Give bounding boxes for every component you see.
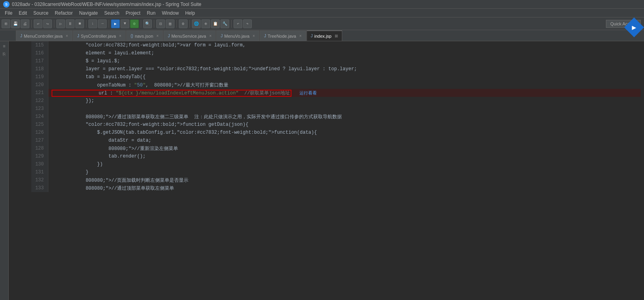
code-content [48,105,641,113]
run-button[interactable]: ▶ [111,19,120,28]
code-content: 808080;">//通过顶部菜单获取左侧菜单 [48,184,641,192]
menu-source[interactable]: Source [30,10,52,17]
title-bar: S 0328adv - 0328carrent/WebRoot/WEB-INF/… [0,0,644,9]
view-button[interactable]: ▤ [166,19,174,28]
pause-button[interactable]: ⏸ [66,19,75,28]
menu-bar: File Edit Source Refactor Navigate Searc… [0,9,644,17]
print-button[interactable]: 🖨 [21,19,29,28]
menu-refactor[interactable]: Refactor [52,10,76,17]
tab-menu-service[interactable]: J MenuService.java × [163,31,216,41]
misc-btn3[interactable]: 📋 [211,19,220,28]
tab-close-6[interactable]: × [299,34,302,38]
line-number: 128 [31,144,48,152]
tab-close-3[interactable]: × [156,34,159,38]
toolbar-sep-5 [141,20,141,28]
java-icon-5: J [264,34,266,38]
menu-window[interactable]: Window [159,10,182,17]
pref-button[interactable]: ⚙ [179,19,188,28]
code-content: $.getJSON(tab.tabConfig.url,"color:#cc78… [48,129,641,137]
toolbar-sep-1 [31,20,32,28]
run-link[interactable]: 运行看看 [299,90,317,95]
step-into[interactable]: ↓ [88,19,97,28]
debug-button[interactable]: ▷ [56,19,65,28]
code-content: "color:#cc7832;font-weight:bold;">functi… [48,121,641,129]
code-table: 115 "color:#cc7832;font-weight:bold;">va… [31,41,641,192]
tab-sys-controller[interactable]: J SysController.java × [73,31,126,41]
misc-btn2[interactable]: ⊕ [201,19,210,28]
tab-close-4[interactable]: × [209,34,212,38]
code-content: 808080;">//重新渲染左侧菜单 [48,144,641,152]
left-icon-2[interactable]: ⎘ [1,51,8,58]
tab-close-2[interactable]: × [119,34,121,38]
misc-btn4[interactable]: 🔧 [220,19,229,28]
table-row: 116 element = layui.element; [31,49,641,57]
line-number: 123 [31,105,48,113]
table-row: 129 tab.render(); [31,152,641,160]
tab-label-4: MenuService.java [171,34,206,38]
new-button[interactable]: ⊞ [2,19,10,28]
search-button[interactable]: 🔍 [143,19,152,28]
tab-close-5[interactable]: × [253,34,255,38]
menu-file[interactable]: File [2,10,15,17]
code-content: url : "${ctx }/menu/loadIndexLeftMenuJso… [48,89,641,97]
misc-btn1[interactable]: 🌐 [192,19,201,28]
tab-label-5: MenuVo.java [224,34,249,38]
table-row: 122 }); [31,97,641,105]
tab-close-1[interactable]: × [66,34,68,38]
java-icon-2: J [77,34,79,38]
toolbar-sep-3 [86,20,86,28]
line-number: 130 [31,160,48,168]
stop-button[interactable]: ■ [75,19,84,28]
table-row: 133 808080;">//通过顶部菜单获取左侧菜单 [31,184,641,192]
step-over[interactable]: → [98,19,107,28]
menu-edit[interactable]: Edit [15,10,30,17]
table-row: 120 openTabNum : "50", 808080;">//最大可打开窗… [31,81,641,89]
table-row: 117 $ = layui.$; [31,57,641,65]
perspective-button[interactable]: ⊡ [156,19,165,28]
json-icon: {} [130,34,133,38]
editor: 115 "color:#cc7832;font-weight:bold;">va… [9,41,644,300]
menu-run[interactable]: Run [144,10,159,17]
table-row: 115 "color:#cc7832;font-weight:bold;">va… [31,41,641,49]
code-content: }); [48,97,641,105]
line-number: 131 [31,168,48,176]
tab-tree-node[interactable]: J TreeNode.java × [260,31,306,41]
tab-close-7[interactable]: ⊠ [335,34,338,38]
table-row: 123 [31,105,641,113]
toolbar-sep-2 [54,20,54,28]
line-number: 120 [31,81,48,89]
code-content: "color:#cc7832;font-weight:bold;">var fo… [48,41,641,49]
line-number: 122 [31,97,48,105]
build-button[interactable]: ⚙ [130,19,139,28]
menu-navigate[interactable]: Navigate [76,10,101,17]
line-number: 121 [31,89,48,97]
code-area[interactable]: 115 "color:#cc7832;font-weight:bold;">va… [28,41,644,300]
code-content: dataStr = data; [48,137,641,144]
undo-button[interactable]: ↩ [34,19,42,28]
menu-search[interactable]: Search [101,10,123,17]
code-content: openTabNum : "50", 808080;">//最大可打开窗口数量 [48,81,641,89]
tab-navs-json[interactable]: {} navs.json × [126,31,163,41]
redo-button[interactable]: ↪ [43,19,52,28]
app-icon: S [3,1,10,8]
tab-menu-controller[interactable]: J MenuController.java × [16,31,73,41]
line-number: 127 [31,137,48,144]
table-row: 130 }) [31,160,641,168]
code-content: } [48,168,641,176]
menu-help[interactable]: Help [182,10,198,17]
table-row: 125 "color:#cc7832;font-weight:bold;">fu… [31,121,641,129]
table-row: 124 808080;">//通过顶部菜单获取左侧二三级菜单 注：此处只做演示之… [31,113,641,121]
line-number: 126 [31,129,48,137]
misc-btn6[interactable]: ↷ [243,19,252,28]
save-button[interactable]: 💾 [11,19,20,28]
line-number: 129 [31,152,48,160]
misc-btn5[interactable]: ↶ [234,19,242,28]
tab-index-jsp[interactable]: J index.jsp ⊠ [307,31,342,41]
menu-project[interactable]: Project [123,10,144,17]
code-content: layer = parent.layer === "color:#cc7832;… [48,65,641,73]
table-row: 127 dataStr = data; [31,137,641,144]
tab-menu-vo[interactable]: J MenuVo.java × [216,31,259,41]
left-icon-1[interactable]: ≡ [1,43,8,50]
run-config[interactable]: ▼ [121,19,129,28]
tabs-bar: J MenuController.java × J SysController.… [0,30,644,41]
